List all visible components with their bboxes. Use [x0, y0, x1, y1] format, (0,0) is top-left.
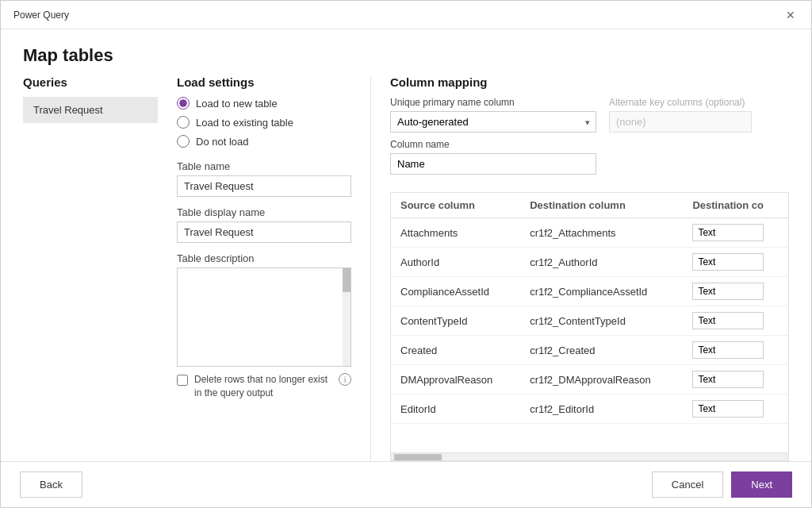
table-display-name-input[interactable]	[177, 221, 351, 243]
destination-col-cell: cr1f2_Created	[520, 336, 683, 365]
table-row: Attachments cr1f2_Attachments	[391, 218, 788, 248]
mapping-header: Column mapping Unique primary name colum…	[390, 75, 789, 183]
source-col-cell: EditorId	[391, 394, 520, 424]
footer: Back Cancel Next	[1, 461, 811, 507]
col-header-dest-col: Destination co	[683, 193, 788, 218]
radio-none-label: Do not load	[196, 136, 249, 148]
panel-divider	[370, 75, 371, 461]
dest-col-input[interactable]	[692, 371, 764, 388]
mapping-table: Source column Destination column Destina…	[391, 193, 788, 424]
table-row: ComplianceAssetId cr1f2_ComplianceAssetI…	[391, 277, 788, 306]
radio-new-input[interactable]	[177, 97, 190, 110]
table-display-name-label: Table display name	[177, 206, 351, 218]
h-scrollbar-thumb	[394, 454, 442, 460]
alternate-key-group: Alternate key columns (optional) (none)	[609, 97, 752, 133]
table-display-name-group: Table display name	[177, 206, 351, 243]
primary-key-row: Unique primary name column Auto-generate…	[390, 97, 789, 133]
col-header-destination: Destination column	[520, 193, 683, 218]
source-col-cell: DMApprovalReason	[391, 365, 520, 394]
radio-existing-input[interactable]	[177, 116, 190, 129]
primary-key-select-wrapper: Auto-generated	[390, 111, 596, 133]
radio-existing-label: Load to existing table	[196, 117, 293, 129]
dest-col-type-cell[interactable]	[683, 218, 788, 248]
column-name-input[interactable]	[390, 153, 596, 175]
source-col-cell: AuthorId	[391, 248, 520, 277]
destination-col-cell: cr1f2_DMApprovalReason	[520, 365, 683, 394]
scrollbar-track	[343, 268, 350, 366]
dest-col-input[interactable]	[692, 400, 764, 418]
destination-col-cell: cr1f2_ComplianceAssetId	[520, 277, 683, 306]
dest-col-type-cell[interactable]	[683, 248, 788, 277]
description-wrapper	[177, 267, 351, 367]
dest-col-type-cell[interactable]	[683, 336, 788, 365]
destination-col-cell: cr1f2_ContentTypeId	[520, 306, 683, 336]
mapping-table-body: Attachments cr1f2_Attachments AuthorId c…	[391, 218, 788, 424]
source-col-cell: Created	[391, 336, 520, 365]
table-row: DMApprovalReason cr1f2_DMApprovalReason	[391, 365, 788, 394]
scrollbar-thumb	[343, 268, 350, 292]
column-name-label: Column name	[390, 139, 789, 150]
column-mapping-panel: Column mapping Unique primary name colum…	[390, 75, 789, 461]
footer-right: Cancel Next	[652, 471, 792, 498]
table-name-label: Table name	[177, 160, 351, 172]
primary-key-select[interactable]: Auto-generated	[390, 111, 596, 133]
table-row: Created cr1f2_Created	[391, 336, 788, 365]
source-col-cell: Attachments	[391, 218, 520, 248]
table-row: AuthorId cr1f2_AuthorId	[391, 248, 788, 277]
load-settings-title: Load settings	[177, 75, 351, 89]
close-button[interactable]: ✕	[783, 7, 799, 23]
radio-load-existing[interactable]: Load to existing table	[177, 116, 351, 129]
dest-col-input[interactable]	[692, 312, 764, 329]
queries-panel-title: Queries	[23, 75, 158, 89]
dest-col-input[interactable]	[692, 283, 764, 300]
source-col-cell: ContentTypeId	[391, 306, 520, 336]
primary-key-label: Unique primary name column	[390, 97, 596, 108]
content-area: Queries Travel Request Load settings Loa…	[1, 75, 811, 461]
alternate-key-label: Alternate key columns (optional)	[609, 97, 752, 108]
table-row: EditorId cr1f2_EditorId	[391, 394, 788, 424]
dest-col-type-cell[interactable]	[683, 306, 788, 336]
dest-col-type-cell[interactable]	[683, 277, 788, 306]
delete-rows-checkbox-row: Delete rows that no longer exist in the …	[177, 373, 351, 400]
back-button[interactable]: Back	[20, 471, 82, 498]
window-title: Power Query	[13, 10, 69, 21]
dest-col-input[interactable]	[692, 224, 764, 241]
radio-do-not-load[interactable]: Do not load	[177, 135, 351, 148]
radio-load-new[interactable]: Load to new table	[177, 97, 351, 110]
page-title: Map tables	[1, 29, 811, 75]
header-row: Source column Destination column Destina…	[391, 193, 788, 218]
table-name-group: Table name	[177, 160, 351, 197]
table-row: ContentTypeId cr1f2_ContentTypeId	[391, 306, 788, 336]
destination-col-cell: cr1f2_EditorId	[520, 394, 683, 424]
destination-col-cell: cr1f2_Attachments	[520, 218, 683, 248]
column-mapping-title: Column mapping	[390, 75, 789, 89]
dest-col-type-cell[interactable]	[683, 394, 788, 424]
source-col-cell: ComplianceAssetId	[391, 277, 520, 306]
load-settings-radio-group: Load to new table Load to existing table…	[177, 97, 351, 148]
info-icon[interactable]: i	[339, 373, 351, 386]
queries-panel: Queries Travel Request	[23, 75, 158, 461]
cancel-button[interactable]: Cancel	[652, 471, 723, 498]
delete-rows-checkbox[interactable]	[177, 375, 188, 386]
dest-col-input[interactable]	[692, 341, 764, 359]
dest-col-input[interactable]	[692, 253, 764, 271]
horizontal-scrollbar[interactable]	[391, 452, 788, 460]
title-bar: Power Query ✕	[1, 1, 811, 29]
delete-rows-label: Delete rows that no longer exist in the …	[194, 373, 329, 400]
table-name-input[interactable]	[177, 175, 351, 197]
dest-col-type-cell[interactable]	[683, 365, 788, 394]
table-description-label: Table description	[177, 252, 351, 264]
table-description-input[interactable]	[178, 268, 350, 364]
mapping-table-header: Source column Destination column Destina…	[391, 193, 788, 218]
main-window: Power Query ✕ Map tables Queries Travel …	[0, 0, 812, 508]
table-description-group: Table description	[177, 252, 351, 367]
query-item-travel-request[interactable]: Travel Request	[23, 97, 158, 123]
primary-key-group: Unique primary name column Auto-generate…	[390, 97, 596, 133]
load-settings-panel: Load settings Load to new table Load to …	[177, 75, 351, 461]
mapping-table-wrapper: Source column Destination column Destina…	[390, 192, 789, 461]
column-name-group: Column name	[390, 139, 789, 175]
next-button[interactable]: Next	[731, 471, 792, 498]
alternate-key-value: (none)	[609, 111, 752, 133]
col-header-source: Source column	[391, 193, 520, 218]
radio-none-input[interactable]	[177, 135, 190, 148]
